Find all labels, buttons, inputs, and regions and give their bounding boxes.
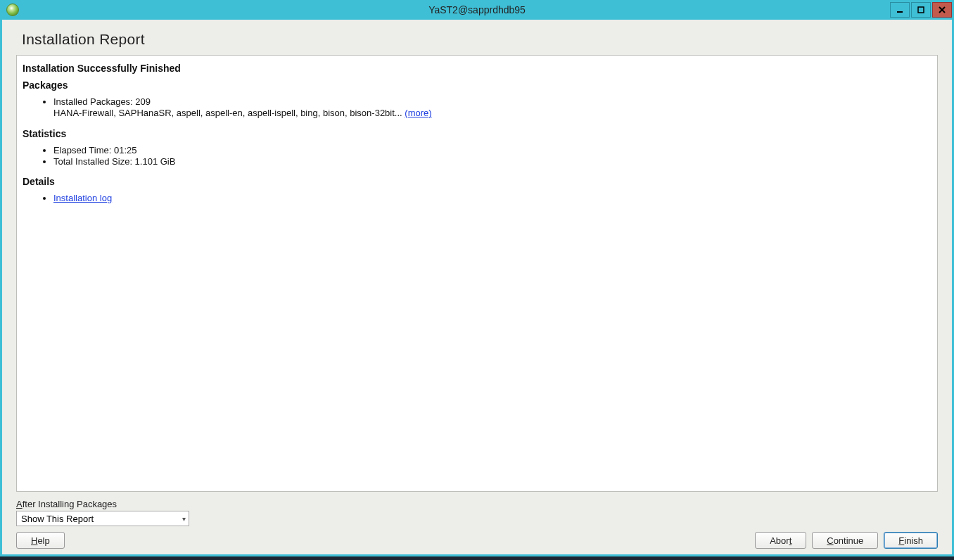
more-link[interactable]: (more) (405, 108, 431, 118)
installed-size-item: Total Installed Size: 1.101 GiB (53, 156, 931, 167)
statistics-heading: Statistics (23, 128, 931, 139)
close-button[interactable] (932, 2, 952, 18)
continue-button[interactable]: Continue (812, 532, 878, 549)
package-names: HANA-Firewall, SAPHanaSR, aspell, aspell… (53, 108, 405, 118)
maximize-button[interactable] (911, 2, 931, 18)
page-title: Installation Report (16, 27, 938, 55)
window-title: YaST2@sapprdhdb95 (2, 4, 952, 15)
installation-log-link[interactable]: Installation log (53, 193, 112, 203)
finish-button[interactable]: Finish (884, 532, 938, 549)
statistics-list: Elapsed Time: 01:25 Total Installed Size… (23, 145, 931, 168)
report-panel: Installation Successfully Finished Packa… (16, 55, 938, 492)
svg-rect-1 (918, 7, 924, 13)
help-button[interactable]: Help (16, 532, 65, 549)
elapsed-time-item: Elapsed Time: 01:25 (53, 145, 931, 156)
installed-count: 209 (135, 96, 151, 107)
taskbar (0, 556, 954, 560)
installed-prefix: Installed Packages: (53, 96, 135, 107)
app-window: YaST2@sapprdhdb95 Installation Report In… (0, 0, 954, 556)
window-controls (889, 2, 952, 18)
minimize-button[interactable] (890, 2, 910, 18)
installed-packages-item: Installed Packages: 209 HANA-Firewall, S… (53, 96, 931, 120)
packages-heading: Packages (23, 79, 931, 91)
titlebar[interactable]: YaST2@sapprdhdb95 (2, 0, 952, 20)
button-row: Help Abort Continue Finish (16, 532, 938, 549)
chevron-down-icon: ▾ (182, 515, 186, 523)
details-list: Installation log (23, 193, 931, 204)
after-installing-selected: Show This Report (21, 514, 94, 524)
content-area: Installation Report Installation Success… (2, 20, 952, 554)
installation-log-item: Installation log (53, 193, 931, 204)
after-installing-select[interactable]: Show This Report ▾ (16, 511, 189, 526)
packages-list: Installed Packages: 209 HANA-Firewall, S… (23, 96, 931, 120)
after-installing-label: After Installing Packages (16, 499, 938, 509)
details-heading: Details (23, 176, 931, 187)
success-heading: Installation Successfully Finished (23, 63, 931, 74)
abort-button[interactable]: Abort (755, 532, 806, 549)
yast-icon (6, 4, 19, 16)
